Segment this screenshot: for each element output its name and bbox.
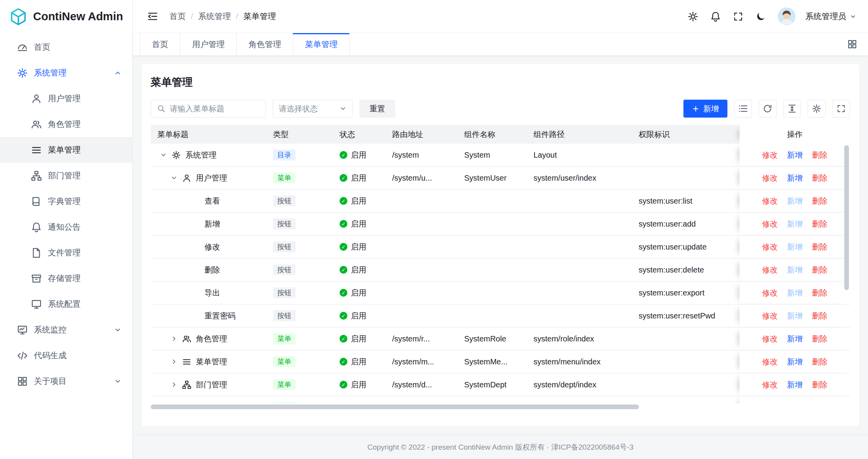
sidebar-item-system-management[interactable]: 系统管理 (0, 60, 132, 86)
reset-button[interactable]: 重置 (359, 100, 395, 118)
edit-link[interactable]: 修改 (762, 311, 778, 321)
add-link[interactable]: 新增 (787, 334, 803, 344)
delete-link[interactable]: 删除 (812, 150, 828, 160)
sidebar-item-notice[interactable]: 通知公告 (0, 214, 132, 240)
edit-link[interactable]: 修改 (762, 288, 778, 298)
chevron-down-icon[interactable] (171, 174, 178, 181)
list-icon-button[interactable] (734, 100, 752, 118)
page-title: 菜单管理 (151, 75, 850, 89)
monitor-icon (31, 299, 42, 310)
monitor-chart-icon (17, 325, 28, 335)
sidebar-item-menu-management[interactable]: 菜单管理 (0, 137, 132, 163)
sidebar-item-home[interactable]: 首页 (0, 34, 132, 60)
edit-link[interactable]: 修改 (762, 219, 778, 229)
edit-link[interactable]: 修改 (762, 196, 778, 206)
horizontal-scrollbar-thumb[interactable] (151, 404, 639, 409)
sidebar-item-system-monitor[interactable]: 系统监控 (0, 317, 132, 343)
add-link[interactable]: 新增 (787, 403, 803, 404)
sidebar-item-dept-management[interactable]: 部门管理 (0, 163, 132, 188)
add-button[interactable]: 新增 (683, 100, 727, 118)
breadcrumb-item-system[interactable]: 系统管理 (198, 11, 231, 22)
check-icon (340, 312, 347, 320)
chevron-right-icon[interactable] (171, 381, 178, 388)
delete-link[interactable]: 删除 (812, 380, 828, 390)
chevron-down-icon[interactable] (160, 151, 167, 158)
add-link[interactable]: 新增 (787, 173, 803, 183)
avatar[interactable] (778, 7, 796, 25)
edit-link[interactable]: 修改 (762, 357, 778, 367)
gear-icon[interactable] (684, 8, 701, 25)
edit-link[interactable]: 修改 (762, 265, 778, 275)
add-link[interactable]: 新增 (787, 380, 803, 390)
sidebar-item-file-management[interactable]: 文件管理 (0, 240, 132, 266)
delete-link[interactable]: 删除 (812, 334, 828, 344)
sidebar-item-about-project[interactable]: 关于项目 (0, 368, 132, 394)
line-height-icon-button[interactable] (783, 100, 801, 118)
moon-icon[interactable] (752, 8, 769, 25)
bell-icon[interactable] (707, 8, 724, 25)
add-link[interactable]: 新增 (787, 357, 803, 367)
chevron-right-icon[interactable] (171, 358, 178, 365)
tab-user-management[interactable]: 用户管理 (180, 33, 237, 55)
sidebar-item-code-generation[interactable]: 代码生成 (0, 343, 132, 368)
sidebar-item-label: 首页 (34, 42, 50, 53)
plus-icon (692, 105, 699, 113)
tab-role-management[interactable]: 角色管理 (237, 33, 293, 55)
menu-fold-icon[interactable] (144, 8, 161, 25)
component-path: Layout (527, 144, 632, 166)
delete-link[interactable]: 删除 (812, 242, 828, 252)
menu-list-icon (182, 357, 191, 366)
vertical-scrollbar-thumb[interactable] (844, 145, 849, 290)
sidebar-item-user-management[interactable]: 用户管理 (0, 86, 132, 111)
delete-link[interactable]: 删除 (812, 196, 828, 206)
edit-link[interactable]: 修改 (762, 150, 778, 160)
bell-icon (31, 222, 42, 232)
edit-link[interactable]: 修改 (762, 173, 778, 183)
menu-title: 修改 (204, 242, 220, 252)
type-badge: 按钮 (273, 195, 296, 206)
delete-link[interactable]: 删除 (812, 357, 828, 367)
chevron-right-icon[interactable] (171, 335, 178, 342)
delete-link[interactable]: 删除 (812, 219, 828, 229)
delete-link[interactable]: 删除 (812, 265, 828, 275)
horizontal-scrollbar (151, 404, 850, 410)
fullscreen-icon[interactable] (729, 8, 747, 25)
logo[interactable]: ContiNew Admin (0, 0, 132, 33)
table-row: 用户管理 菜单 启用 /system/u... SystemUser syste… (151, 167, 850, 190)
column-settings-icon-button[interactable] (808, 100, 826, 118)
check-icon (340, 381, 347, 389)
table-header: 菜单标题 类型 状态 路由地址 组件名称 组件路径 权限标识 操作 (151, 125, 850, 144)
delete-link[interactable]: 删除 (812, 173, 828, 183)
sidebar-item-system-config[interactable]: 系统配置 (0, 291, 132, 317)
sidebar-item-role-management[interactable]: 角色管理 (0, 111, 132, 137)
sidebar-item-storage-management[interactable]: 存储管理 (0, 266, 132, 291)
apps-grid-icon[interactable] (844, 36, 860, 53)
delete-link[interactable]: 删除 (812, 311, 828, 321)
edit-link[interactable]: 修改 (762, 403, 778, 404)
status-select[interactable]: 请选择状态 (273, 100, 353, 118)
edit-link[interactable]: 修改 (762, 334, 778, 344)
edit-link[interactable]: 修改 (762, 242, 778, 252)
delete-link[interactable]: 删除 (812, 288, 828, 298)
status-badge: 启用 (340, 357, 366, 367)
menu-table: 菜单标题 类型 状态 路由地址 组件名称 组件路径 权限标识 操作 (151, 125, 850, 426)
breadcrumb-item-home[interactable]: 首页 (169, 11, 186, 22)
delete-link[interactable]: 删除 (812, 403, 828, 404)
menu-title: 用户管理 (196, 173, 227, 183)
table-fullscreen-icon-button[interactable] (832, 100, 850, 118)
add-link[interactable]: 新增 (787, 150, 803, 160)
refresh-icon-button[interactable] (759, 100, 776, 118)
menu-title: 系统管理 (185, 150, 217, 160)
sidebar-item-dict-management[interactable]: 字典管理 (0, 188, 132, 214)
sidebar-item-label: 系统监控 (34, 324, 67, 335)
edit-link[interactable]: 修改 (762, 380, 778, 390)
type-badge: 按钮 (273, 264, 296, 275)
component-path (527, 236, 632, 258)
user-menu[interactable]: 系统管理员 (805, 11, 856, 22)
tab-home[interactable]: 首页 (140, 33, 180, 55)
permission (632, 327, 739, 350)
add-link-disabled: 新增 (787, 265, 803, 275)
menu-title: 部门管理 (196, 380, 227, 390)
search-input[interactable] (170, 104, 260, 113)
tab-menu-management[interactable]: 菜单管理 (293, 33, 350, 55)
